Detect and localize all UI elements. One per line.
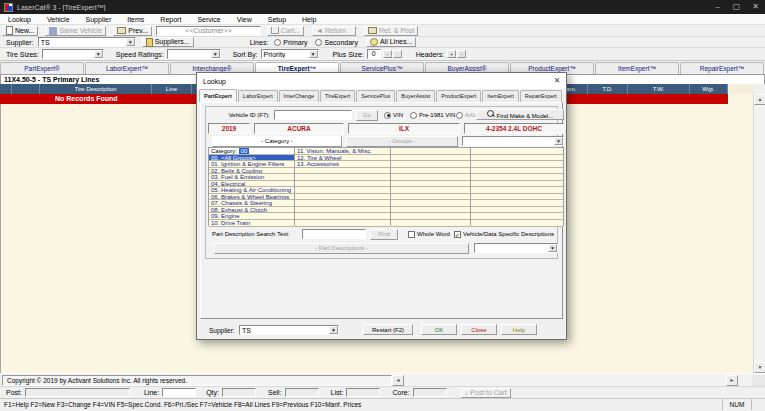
checkbox-checked-icon: ✓ xyxy=(454,231,461,238)
headers-minus-button[interactable]: - xyxy=(457,50,466,58)
lines-secondary-radio[interactable]: Secondary xyxy=(315,39,357,46)
lines-primary-radio[interactable]: Primary xyxy=(274,39,307,46)
plus-size-plus-button[interactable] xyxy=(393,50,402,58)
dialog-title-bar[interactable]: Lookup ✕ xyxy=(197,73,566,89)
find-make-model-button[interactable]: Find Make & Model... xyxy=(476,109,564,120)
pre1981-vin-radio[interactable]: Pre-1981 VIN xyxy=(410,110,455,120)
column-tire-description[interactable]: Tire Description xyxy=(40,84,152,94)
dialog-tab-laborexpert[interactable]: LaborExpert xyxy=(238,90,278,102)
list-item[interactable]: 10. Drive Train xyxy=(209,220,294,227)
ret-and-post-button[interactable]: Ret. & Post xyxy=(364,26,418,36)
dialog-tab-buyerassist[interactable]: BuyerAssist xyxy=(396,90,435,102)
maximize-icon[interactable]: ▢ xyxy=(727,0,746,14)
tab-laborexpert[interactable]: LaborExpert™ xyxy=(85,62,169,74)
sell-field[interactable] xyxy=(285,388,319,397)
menu-help[interactable]: Help xyxy=(294,14,324,25)
column-line[interactable]: Line xyxy=(152,84,192,94)
menu-supplier[interactable]: Supplier xyxy=(78,14,120,25)
vin-radio[interactable]: VIN xyxy=(384,110,403,120)
post-field[interactable] xyxy=(25,388,130,397)
customer-combobox[interactable]: <<Customer>> xyxy=(156,26,261,36)
vehicle-id-input[interactable] xyxy=(274,110,352,120)
cart-button[interactable]: Cart... xyxy=(267,26,304,36)
same-vehicle-button[interactable]: Same Vehicle xyxy=(45,26,106,36)
category-column-3 xyxy=(390,147,470,226)
new-button[interactable]: New... xyxy=(2,26,38,36)
menu-items[interactable]: Items xyxy=(119,14,152,25)
chevron-down-icon[interactable]: ▼ xyxy=(548,244,557,252)
tab-itemexpert[interactable]: ItemExpert™ xyxy=(595,62,679,74)
dialog-close-icon[interactable]: ✕ xyxy=(548,73,566,89)
groups-mode-button[interactable]: - Groups - xyxy=(346,136,458,147)
headers-plus-button[interactable]: + xyxy=(447,50,456,58)
part-description-search-input[interactable] xyxy=(302,229,366,239)
core-field[interactable] xyxy=(413,388,447,397)
menu-report[interactable]: Report xyxy=(152,14,189,25)
scroll-up-icon[interactable]: ▲ xyxy=(754,94,765,105)
vertical-scrollbar[interactable]: ▲ ▼ xyxy=(753,94,765,373)
sort-by-combobox[interactable]: Priority ▼ xyxy=(261,49,319,59)
dialog-tab-interchange[interactable]: InterChange xyxy=(279,90,319,102)
dialog-tab-productexpert[interactable]: ProductExpert xyxy=(436,90,481,102)
restart-button[interactable]: Restart (F2) xyxy=(363,324,413,335)
find-button[interactable]: Find xyxy=(370,229,398,240)
help-button[interactable]: Help xyxy=(501,324,537,335)
dialog-supplier-combobox[interactable]: TS ▼ xyxy=(239,325,339,335)
group-combobox[interactable]: ▼ xyxy=(462,136,564,146)
dialog-tab-partexpert[interactable]: PartExpert xyxy=(199,89,237,102)
horizontal-scrollbar[interactable]: ◄ ► xyxy=(392,375,752,386)
close-icon[interactable]: ✕ xyxy=(746,0,765,14)
chevron-down-icon[interactable]: ▼ xyxy=(126,38,135,46)
go-button[interactable]: Go xyxy=(356,110,378,121)
tire-sizes-combobox[interactable]: ▼ xyxy=(42,49,104,59)
column-tw[interactable]: T.W. xyxy=(628,84,690,94)
menu-lookup[interactable]: Lookup xyxy=(0,14,39,25)
app-icon xyxy=(4,3,13,12)
part-descriptions-combobox[interactable]: ▼ xyxy=(474,243,558,253)
chevron-down-icon[interactable]: ▼ xyxy=(554,137,563,145)
menu-view[interactable]: View xyxy=(229,14,260,25)
chevron-down-icon[interactable]: ▼ xyxy=(309,50,318,58)
vehicle-year: 2019 xyxy=(208,123,250,134)
category-mode-button[interactable]: - Category - xyxy=(212,136,342,147)
dialog-tab-itemexpert[interactable]: ItemExpert xyxy=(482,90,519,102)
headers-label: Headers: xyxy=(416,51,444,58)
post-label: Post: xyxy=(6,389,22,396)
prev-button[interactable]: Prev... xyxy=(113,26,152,36)
supplier-combobox[interactable]: TS ▼ xyxy=(38,37,136,47)
column-td[interactable]: T.D. xyxy=(588,84,628,94)
return-button[interactable]: ◄ Return xyxy=(312,26,356,36)
close-button[interactable]: Close xyxy=(461,324,497,335)
ok-button[interactable]: OK xyxy=(421,324,457,335)
dialog-tab-serviceplus[interactable]: ServicePlus xyxy=(356,90,395,102)
list-field[interactable] xyxy=(346,388,380,397)
menu-service[interactable]: Service xyxy=(189,14,228,25)
vehicle-specific-checkbox[interactable]: ✓Vehicle/Data Specific Descriptions xyxy=(454,229,554,239)
menu-vehicle[interactable]: Vehicle xyxy=(39,14,78,25)
line-field[interactable] xyxy=(162,388,196,397)
chevron-down-icon[interactable]: ▼ xyxy=(94,50,103,58)
part-descriptions-button[interactable]: - Part Descriptions - xyxy=(214,243,469,254)
plus-size-value[interactable]: 0 xyxy=(367,49,381,59)
scroll-down-icon[interactable]: ▼ xyxy=(754,362,765,373)
whole-word-checkbox[interactable]: Whole Word xyxy=(408,229,450,239)
speed-ratings-combobox[interactable]: ▼ xyxy=(167,49,221,59)
menu-setup[interactable]: Setup xyxy=(260,14,294,25)
post-to-cart-button[interactable]: ↓ Post to Cart xyxy=(461,388,511,398)
tab-partexpert[interactable]: PartExpert® xyxy=(0,62,84,74)
plus-size-minus-button[interactable]: - xyxy=(383,50,392,58)
customer-value: <<Customer>> xyxy=(157,27,260,34)
dialog-tab-tireexpert[interactable]: TireExpert xyxy=(320,90,355,102)
scroll-right-icon[interactable]: ► xyxy=(726,375,738,386)
book-icon xyxy=(117,27,126,34)
column-wgt[interactable]: Wgt. xyxy=(690,84,728,94)
scroll-left-icon[interactable]: ◄ xyxy=(392,375,404,386)
dialog-tab-repairexpert[interactable]: RepairExpert xyxy=(520,90,562,102)
chevron-down-icon[interactable]: ▼ xyxy=(329,326,338,334)
all-lines-button[interactable]: All Lines... xyxy=(366,37,416,47)
tab-repairexpert[interactable]: RepairExpert™ xyxy=(680,62,764,74)
chevron-down-icon[interactable]: ▼ xyxy=(211,50,220,58)
suppliers-button[interactable]: Suppliers... xyxy=(142,37,194,47)
minimize-icon[interactable]: – xyxy=(708,0,727,14)
qty-field[interactable] xyxy=(222,388,256,397)
